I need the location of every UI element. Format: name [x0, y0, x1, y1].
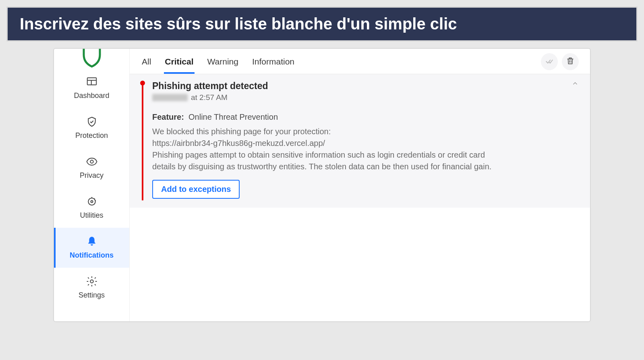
tab-label: Critical	[165, 57, 193, 66]
sidebar-item-label: Utilities	[80, 211, 103, 220]
notification-tabs: All Critical Warning Information	[130, 49, 590, 74]
tab-label: All	[142, 57, 151, 66]
tab-warning[interactable]: Warning	[207, 53, 239, 74]
redacted-date	[152, 94, 188, 101]
tab-label: Information	[252, 57, 294, 66]
chevron-up-icon	[572, 81, 579, 88]
gear-icon	[84, 275, 99, 288]
tab-all[interactable]: All	[141, 53, 152, 74]
tab-information[interactable]: Information	[251, 53, 295, 74]
svg-point-4	[88, 198, 95, 205]
app-window: Dashboard Protection Privacy Utilities N	[53, 48, 591, 322]
bell-icon	[84, 235, 99, 248]
sidebar-item-label: Notifications	[70, 251, 114, 260]
mark-all-read-icon	[545, 56, 554, 67]
sidebar-item-label: Dashboard	[74, 92, 109, 100]
time-text: at 2:57 AM	[191, 93, 228, 102]
sidebar-item-privacy[interactable]: Privacy	[54, 148, 129, 188]
tab-actions	[541, 53, 579, 73]
trash-icon	[566, 56, 575, 67]
sidebar-item-dashboard[interactable]: Dashboard	[54, 68, 129, 108]
app-logo-shield	[54, 49, 129, 68]
notification-body: We blocked this phishing page for your p…	[152, 126, 507, 173]
sidebar-item-protection[interactable]: Protection	[54, 108, 129, 148]
svg-line-7	[94, 199, 95, 199]
tab-label: Warning	[207, 57, 238, 66]
tab-critical[interactable]: Critical	[164, 53, 194, 74]
mark-all-read-button[interactable]	[541, 53, 558, 70]
severity-indicator	[142, 82, 143, 200]
action-label: Add to exceptions	[161, 185, 231, 194]
body-line2: Phishing pages attempt to obtain sensiti…	[152, 150, 491, 171]
notification-timestamp: at 2:57 AM	[152, 93, 578, 102]
collapse-button[interactable]	[572, 80, 579, 89]
svg-point-3	[90, 160, 93, 163]
banner-text: Inscrivez des sites sûrs sur liste blanc…	[20, 15, 457, 33]
feature-row: Feature: Online Threat Prevention	[152, 112, 578, 122]
sidebar-item-label: Protection	[75, 131, 108, 140]
svg-point-9	[90, 280, 93, 283]
add-to-exceptions-button[interactable]: Add to exceptions	[152, 180, 240, 199]
svg-line-8	[95, 201, 96, 201]
feature-label: Feature:	[152, 112, 184, 121]
body-line1: We blocked this phishing page for your p…	[152, 127, 331, 136]
notification-card: Phishing attempt detected at 2:57 AM Fea…	[130, 74, 590, 208]
blocked-url: https://airbnbr34-g7hkus86g-mekuzd.verce…	[152, 139, 325, 148]
sidebar-item-settings[interactable]: Settings	[54, 268, 129, 308]
sidebar-item-label: Settings	[79, 291, 105, 300]
sidebar-item-utilities[interactable]: Utilities	[54, 188, 129, 228]
sidebar-item-label: Privacy	[80, 171, 104, 180]
main-content: All Critical Warning Information	[130, 49, 590, 321]
gear-dots-icon	[84, 195, 99, 208]
svg-rect-0	[87, 78, 96, 85]
delete-all-button[interactable]	[562, 53, 579, 70]
sidebar: Dashboard Protection Privacy Utilities N	[54, 49, 130, 321]
svg-point-5	[91, 201, 93, 203]
sidebar-item-notifications[interactable]: Notifications	[54, 228, 129, 268]
notification-title: Phishing attempt detected	[152, 81, 578, 92]
shield-check-icon	[84, 115, 99, 128]
eye-icon	[84, 155, 99, 168]
feature-value: Online Threat Prevention	[188, 112, 278, 121]
instruction-banner: Inscrivez des sites sûrs sur liste blanc…	[6, 6, 638, 42]
dashboard-icon	[84, 75, 99, 88]
